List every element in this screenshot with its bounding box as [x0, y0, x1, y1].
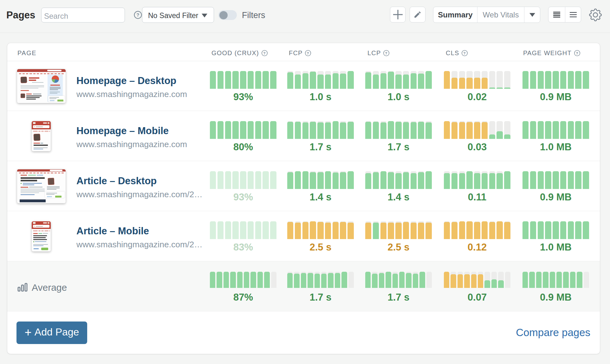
svg-text:?: ? — [385, 51, 388, 55]
svg-text:?: ? — [464, 51, 466, 55]
svg-text:?: ? — [307, 51, 309, 55]
svg-text:?: ? — [263, 51, 266, 55]
svg-text:?: ? — [136, 12, 139, 17]
svg-text:?: ? — [576, 51, 578, 55]
